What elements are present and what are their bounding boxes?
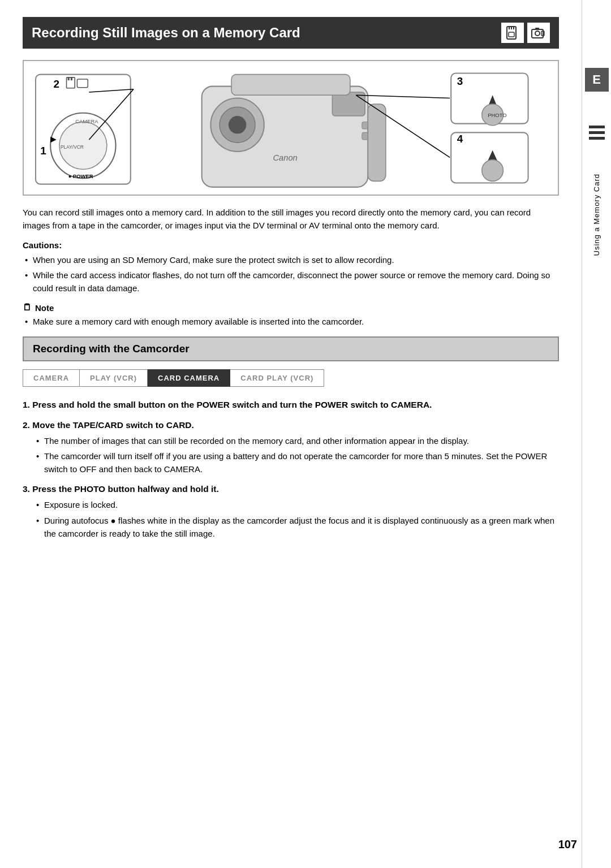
svg-line-41: [89, 89, 134, 92]
body-intro: You can record still images onto a memor…: [23, 206, 559, 232]
tab-play-vcr[interactable]: PLAY (VCR): [80, 369, 148, 387]
caution-item-2: While the card access indicator flashes,…: [23, 269, 559, 295]
svg-line-42: [89, 89, 134, 140]
sidebar-line-1: [589, 126, 605, 128]
svg-rect-4: [509, 32, 514, 37]
cautions-list: When you are using an SD Memory Card, ma…: [23, 253, 559, 295]
note-item-1: Make sure a memory card with enough memo…: [23, 315, 559, 328]
note-icon: 🗒: [23, 303, 32, 313]
svg-text:3: 3: [457, 75, 463, 87]
memory-card-icon: [501, 23, 524, 43]
camera-icon: [527, 23, 550, 43]
note-list: Make sure a memory card with enough memo…: [23, 315, 559, 328]
page-title: Recording Still Images on a Memory Card: [32, 25, 300, 41]
svg-rect-12: [68, 77, 70, 80]
step-1-text: 1. Press and hold the small button on th…: [23, 400, 432, 409]
cautions-section: Cautions: When you are using an SD Memor…: [23, 240, 559, 295]
cautions-title: Cautions:: [23, 240, 559, 250]
step-3-sub-1: Exposure is locked.: [34, 498, 559, 511]
sidebar-line-2: [589, 131, 605, 134]
step-3-sub-2: During autofocus ● flashes white in the …: [34, 514, 559, 541]
mode-tabs: CAMERA PLAY (VCR) CARD CAMERA CARD PLAY …: [23, 369, 559, 387]
sidebar-vertical-label: Using a Memory Card: [592, 174, 601, 256]
step-3-subs: Exposure is locked. During autofocus ● f…: [34, 498, 559, 540]
note-title: 🗒 Note: [23, 303, 559, 313]
tab-camera[interactable]: CAMERA: [23, 369, 80, 387]
sidebar-line-3: [589, 137, 605, 140]
svg-text:1: 1: [40, 145, 46, 157]
step-2-sub-1: The number of images that can still be r…: [34, 434, 559, 447]
step-3-text: 3. Press the PHOTO button halfway and ho…: [23, 484, 219, 494]
diagram-area: 2 CAMERA PLAY/VCR 1 ● POWER: [23, 60, 559, 196]
svg-point-25: [229, 116, 246, 133]
sidebar-lines: [589, 126, 605, 140]
section-header: Recording with the Camcorder: [23, 336, 559, 361]
svg-rect-14: [77, 79, 88, 88]
note-section: 🗒 Note Make sure a memory card with enou…: [23, 303, 559, 328]
step-2-text: 2. Move the TAPE/CARD switch to CARD.: [23, 420, 194, 430]
svg-text:4: 4: [457, 133, 463, 145]
step-2: 2. Move the TAPE/CARD switch to CARD. Th…: [23, 418, 559, 476]
tab-card-camera[interactable]: CARD CAMERA: [148, 369, 230, 387]
svg-rect-1: [509, 27, 510, 29]
right-sidebar: E Using a Memory Card: [582, 0, 611, 868]
step-2-sub-2: The camcorder will turn itself off if yo…: [34, 450, 559, 476]
svg-rect-31: [368, 104, 385, 181]
svg-text:CAMERA: CAMERA: [75, 118, 98, 124]
svg-text:Canon: Canon: [273, 153, 298, 162]
tab-card-play-vcr[interactable]: CARD PLAY (VCR): [230, 369, 324, 387]
svg-text:PLAY/VCR: PLAY/VCR: [61, 144, 84, 150]
svg-rect-7: [535, 28, 539, 30]
svg-text:2: 2: [53, 78, 59, 90]
e-tab-label: E: [585, 68, 609, 92]
step-2-subs: The number of images that can still be r…: [34, 434, 559, 476]
svg-rect-27: [231, 75, 350, 96]
page-title-bar: Recording Still Images on a Memory Card: [23, 17, 559, 49]
steps-list: 1. Press and hold the small button on th…: [23, 398, 559, 541]
svg-rect-13: [71, 77, 72, 80]
svg-marker-19: [50, 137, 56, 142]
svg-rect-3: [513, 27, 514, 29]
page-number: 107: [558, 838, 577, 851]
step-3: 3. Press the PHOTO button halfway and ho…: [23, 482, 559, 540]
svg-point-40: [482, 160, 504, 182]
step-1: 1. Press and hold the small button on th…: [23, 398, 559, 412]
svg-rect-2: [511, 27, 512, 29]
svg-rect-26: [332, 92, 365, 116]
svg-line-43: [356, 95, 450, 98]
caution-item-1: When you are using an SD Memory Card, ma…: [23, 253, 559, 266]
svg-text:● POWER: ● POWER: [68, 173, 93, 179]
svg-point-6: [535, 31, 540, 36]
title-icons: [501, 23, 550, 43]
svg-text:PHOTO: PHOTO: [488, 112, 506, 118]
